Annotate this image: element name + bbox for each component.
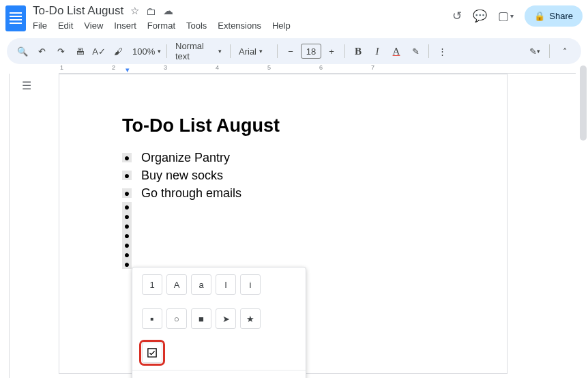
- list-item[interactable]: ●Buy new socks: [122, 166, 444, 184]
- list-preset-i[interactable]: i: [240, 274, 261, 295]
- menu-view[interactable]: View: [84, 20, 103, 31]
- svg-rect-0: [148, 349, 156, 357]
- list-item[interactable]: ●Go through emails: [122, 184, 444, 202]
- star-icon[interactable]: ☆: [130, 5, 139, 17]
- bullet-context-menu: 1 A a I i ■ ○ ■ ➤ ★ More bullets Select …: [132, 267, 306, 378]
- list-item[interactable]: ●: [122, 221, 444, 231]
- vertical-scrollbar[interactable]: [580, 66, 587, 141]
- list-preset-I[interactable]: I: [216, 274, 236, 295]
- redo-icon[interactable]: ↷: [52, 42, 70, 60]
- docs-logo-icon[interactable]: [5, 5, 26, 31]
- list-item[interactable]: ●: [122, 212, 444, 221]
- menu-file[interactable]: File: [33, 20, 47, 31]
- share-button[interactable]: 🔒 Share: [525, 5, 583, 27]
- list-preset-circle[interactable]: ○: [166, 308, 187, 329]
- menu-bar: File Edit View Insert Format Tools Exten…: [33, 20, 452, 31]
- toolbar: 🔍 ↶ ↷ 🖶 A✓ 🖌 100%▾ Normal text▾ Arial▾ −…: [7, 38, 581, 64]
- separator: [549, 44, 550, 58]
- workspace: ☰ ▾ 1 2 3 4 5 6 7 To-Do List August ●Org…: [0, 64, 588, 378]
- list-item[interactable]: ●: [122, 240, 444, 250]
- numbered-presets: 1 A a I i: [132, 267, 306, 302]
- meet-icon[interactable]: ▢▾: [498, 9, 514, 23]
- list-preset-star[interactable]: ★: [240, 308, 261, 329]
- size-decrease-button[interactable]: −: [282, 42, 299, 60]
- list-preset-1[interactable]: 1: [142, 274, 162, 295]
- menu-help[interactable]: Help: [272, 20, 291, 31]
- zoom-select[interactable]: 100%▾: [128, 46, 162, 57]
- list-item[interactable]: ●: [122, 250, 444, 259]
- separator: [277, 44, 278, 58]
- font-select[interactable]: Arial▾: [235, 46, 273, 57]
- bullet-icon[interactable]: ●: [122, 171, 132, 180]
- more-bullets-item[interactable]: More bullets: [132, 370, 306, 378]
- list-preset-arrow[interactable]: ➤: [216, 308, 236, 329]
- toolbar-right: ✎▾ ˄: [526, 42, 574, 61]
- lock-icon: 🔒: [534, 11, 545, 21]
- collapse-toolbar-icon[interactable]: ˄: [555, 42, 574, 61]
- font-size-input[interactable]: 18: [301, 44, 321, 59]
- move-icon[interactable]: 🗀: [146, 5, 156, 17]
- print-icon[interactable]: 🖶: [71, 42, 89, 60]
- menu-extensions[interactable]: Extensions: [218, 20, 261, 31]
- spellcheck-icon[interactable]: A✓: [90, 42, 108, 60]
- bullet-icon[interactable]: ●: [122, 153, 132, 162]
- comments-icon[interactable]: 💬: [473, 9, 487, 23]
- list-item[interactable]: ●: [122, 202, 444, 212]
- bullet-icon[interactable]: ●: [122, 188, 132, 198]
- share-label: Share: [549, 11, 573, 21]
- list-item[interactable]: ●Organize Pantry: [122, 149, 444, 166]
- cloud-status-icon[interactable]: ☁: [163, 5, 173, 17]
- checkbox-icon: [147, 348, 157, 358]
- vertical-ruler[interactable]: [0, 74, 10, 378]
- menu-tools[interactable]: Tools: [186, 20, 207, 31]
- bold-button[interactable]: B: [349, 42, 367, 60]
- outline-toggle-icon[interactable]: ☰: [22, 79, 31, 92]
- title-area: To-Do List August ☆ 🗀 ☁ File Edit View I…: [33, 4, 452, 31]
- titlebar-right: ↺ 💬 ▢▾ 🔒 Share: [452, 5, 583, 27]
- search-menus-icon[interactable]: 🔍: [14, 42, 31, 60]
- undo-icon[interactable]: ↶: [33, 42, 50, 60]
- size-increase-button[interactable]: +: [323, 42, 340, 60]
- todo-list: ●Organize Pantry ●Buy new socks ●Go thro…: [122, 149, 444, 269]
- list-item[interactable]: ●: [122, 231, 444, 240]
- paint-format-icon[interactable]: 🖌: [109, 42, 127, 60]
- separator: [230, 44, 231, 58]
- more-tools-icon[interactable]: ⋮: [433, 42, 451, 60]
- text-color-button[interactable]: A: [387, 42, 405, 60]
- menu-edit[interactable]: Edit: [58, 20, 73, 31]
- menu-insert[interactable]: Insert: [114, 20, 136, 31]
- list-preset-a[interactable]: a: [191, 274, 211, 295]
- bullet-icon[interactable]: ●: [122, 259, 132, 269]
- title-bar: To-Do List August ☆ 🗀 ☁ File Edit View I…: [0, 0, 588, 37]
- horizontal-ruler[interactable]: ▾ 1 2 3 4 5 6 7: [59, 64, 576, 74]
- checklist-preset-row: [132, 336, 306, 370]
- list-preset-A[interactable]: A: [166, 274, 187, 295]
- paragraph-style-select[interactable]: Normal text▾: [171, 41, 226, 61]
- list-preset-square[interactable]: ■: [191, 308, 211, 329]
- separator: [428, 44, 429, 58]
- doc-heading[interactable]: To-Do List August: [122, 115, 444, 136]
- editing-mode-icon[interactable]: ✎▾: [526, 42, 544, 60]
- separator: [344, 44, 345, 58]
- separator: [166, 44, 167, 58]
- italic-button[interactable]: I: [368, 42, 386, 60]
- list-preset-checkbox[interactable]: [142, 343, 162, 363]
- list-preset-dot[interactable]: ■: [142, 308, 162, 329]
- history-icon[interactable]: ↺: [452, 9, 462, 23]
- bullet-presets: ■ ○ ■ ➤ ★: [132, 302, 306, 336]
- document-title[interactable]: To-Do List August: [33, 4, 123, 18]
- highlight-button[interactable]: ✎: [407, 42, 424, 60]
- menu-format[interactable]: Format: [147, 20, 175, 31]
